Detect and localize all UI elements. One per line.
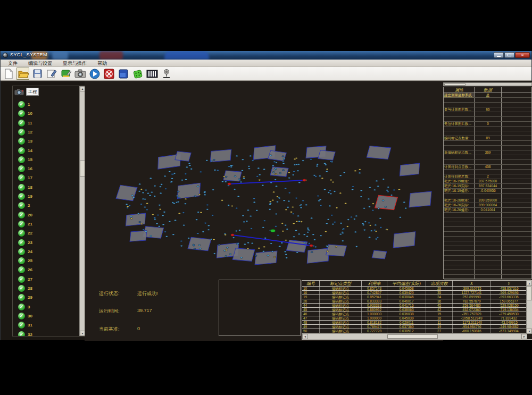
tree-item[interactable]: ✓26 (18, 265, 32, 274)
stop-button[interactable] (103, 68, 115, 80)
property-row[interactable]: 靶尺:16-19偏差:-0.040956 (444, 189, 531, 194)
property-row[interactable] (444, 117, 531, 122)
property-row[interactable] (444, 275, 531, 280)
property-row[interactable]: 计算得到靶尺数:2 (444, 174, 531, 179)
property-row[interactable] (444, 194, 531, 198)
save-button[interactable] (31, 68, 44, 80)
scroll-down-icon[interactable]: ▼ (80, 331, 85, 336)
results-row[interactable]: 16编码标记点0.7428570.039420351227.727141-569… (302, 291, 532, 295)
property-row[interactable] (444, 146, 531, 150)
property-row[interactable] (444, 103, 531, 107)
property-row[interactable] (444, 222, 531, 227)
property-row[interactable] (444, 227, 531, 232)
property-row[interactable] (444, 160, 531, 165)
property-row[interactable] (444, 241, 531, 246)
tree-item[interactable]: ✓12 (18, 128, 32, 137)
tree-item[interactable]: ✓3 (18, 302, 30, 312)
tree-item[interactable]: ✓23 (18, 238, 32, 247)
results-row[interactable]: 50编码标记点0.7277280.03851227-660.150816-573… (302, 329, 532, 333)
barcode-button[interactable] (146, 68, 159, 80)
property-row[interactable]: 靶尺:16-26实际:899.900064 (444, 203, 531, 208)
property-row[interactable] (444, 256, 531, 260)
new-file-button[interactable] (2, 68, 15, 80)
tree-item[interactable]: ✓17 (18, 173, 32, 182)
property-row[interactable]: 靶尺:16-19实际:897.534044 (444, 184, 531, 189)
tree-scrollbar[interactable]: ▲ ▼ (79, 86, 85, 336)
property-row[interactable] (444, 217, 531, 222)
edit-button[interactable] (45, 68, 58, 80)
pattern-grid-button[interactable] (131, 68, 144, 80)
results-row[interactable]: 46编码标记点1.0000000.03603815-351.757829-279… (302, 312, 532, 316)
property-row[interactable] (444, 232, 531, 237)
camera-button[interactable] (74, 68, 87, 80)
menu-item[interactable]: 帮助 (92, 60, 112, 67)
tree-item[interactable]: ✓13 (18, 137, 32, 146)
results-row[interactable]: 44编码标记点0.9333330.04171645259.564480-529.… (302, 304, 532, 308)
tree-item[interactable]: ✓14 (18, 146, 32, 155)
image-edit-button[interactable] (60, 68, 72, 80)
results-row[interactable]: 19编码标记点0.8529410.03804634253.899990-993.… (302, 295, 532, 299)
scroll-up-icon[interactable]: ▲ (80, 86, 85, 91)
results-row[interactable]: 26编码标记点0.8333330.04601736782.557670159.0… (302, 299, 532, 304)
tree-item[interactable]: ✓2 (18, 201, 30, 210)
property-row[interactable]: 计算得到点云数...458 (444, 165, 531, 170)
tree-item[interactable]: ✓18 (18, 183, 32, 192)
tree-item[interactable]: ✓19 (18, 192, 32, 201)
results-horizontal-scrollbar[interactable]: ◄ ► (302, 333, 527, 339)
results-row[interactable]: 49编码标记点0.7894740.03736019-954.984796-249… (302, 325, 532, 329)
property-row[interactable] (444, 251, 531, 256)
tree-item[interactable]: ✓32 (18, 330, 32, 337)
results-hscrollbar-thumb[interactable] (387, 334, 438, 339)
scroll-left-icon[interactable]: ◄ (302, 334, 308, 339)
property-row[interactable]: 靶尺:16-19标准:897.575000 (444, 179, 531, 184)
property-row[interactable] (444, 213, 531, 217)
tree-item[interactable]: ✓15 (18, 155, 32, 164)
property-row[interactable]: 参与计算图片数...66 (444, 107, 531, 112)
property-row[interactable] (444, 270, 531, 275)
menu-item[interactable]: 显示与操作 (57, 60, 92, 67)
results-vscrollbar-thumb[interactable] (527, 287, 532, 300)
property-row[interactable]: 编码标记点数量:89 (444, 136, 531, 141)
scroll-up-icon[interactable]: ▲ (527, 281, 532, 286)
microphone-button[interactable] (160, 68, 173, 80)
window-view-button[interactable] (117, 68, 130, 80)
menu-item[interactable]: 编辑与设置 (23, 60, 57, 67)
tree-item[interactable]: ✓30 (18, 312, 32, 321)
results-row[interactable]: 47编码标记点1.0000000.04503916-1058.51284971.… (302, 316, 532, 321)
results-row[interactable]: 45编码标记点0.8809520.03806342452.072360-719.… (302, 308, 532, 312)
tree-item[interactable]: ✓10 (18, 109, 32, 118)
title-bar[interactable]: SYCL_SYSTEM × (1, 51, 531, 60)
property-row[interactable] (444, 170, 531, 174)
results-vertical-scrollbar[interactable]: ▲ ▼ (526, 281, 532, 334)
results-row[interactable]: 10编码标记点0.8571430.04565828-399.310715-458… (302, 287, 532, 291)
close-button[interactable]: × (515, 52, 530, 58)
property-row[interactable] (444, 112, 531, 117)
tree-item[interactable]: ✓22 (18, 229, 32, 238)
property-row[interactable] (444, 155, 531, 160)
property-row[interactable]: 非编码标记点数...369 (444, 150, 531, 155)
properties-scrollbar-thumb[interactable] (444, 83, 466, 86)
property-row[interactable] (444, 237, 531, 241)
tree-item[interactable]: ✓31 (18, 321, 32, 330)
tree-item[interactable]: ✓1 (18, 100, 30, 109)
property-row[interactable] (444, 98, 531, 103)
property-row[interactable] (444, 127, 531, 131)
tree-item[interactable]: ✓16 (18, 164, 32, 173)
tree-root-node[interactable]: 工程 (14, 88, 39, 96)
menu-item[interactable]: 文件 (3, 60, 23, 67)
tree-scrollbar-thumb[interactable] (80, 161, 85, 177)
property-row[interactable]: 建立测量坐标系统...是 (444, 93, 531, 98)
tree-item[interactable]: ✓21 (18, 220, 32, 229)
property-row[interactable]: 靶尺:16-26偏差:0.041064 (444, 208, 531, 213)
restore-button[interactable] (504, 52, 514, 58)
properties-scrollbar[interactable] (443, 82, 532, 86)
property-row[interactable] (444, 141, 531, 146)
play-button[interactable] (88, 68, 101, 80)
tree-item[interactable]: ✓20 (18, 211, 32, 220)
property-row[interactable] (444, 265, 531, 270)
property-row[interactable] (444, 260, 531, 265)
scroll-down-icon[interactable]: ▼ (527, 329, 532, 334)
open-folder-button[interactable] (16, 68, 29, 80)
tree-item[interactable]: ✓11 (18, 119, 32, 128)
results-row[interactable]: 48编码标记点0.8181820.02901111-1173.311140-43… (302, 321, 532, 325)
